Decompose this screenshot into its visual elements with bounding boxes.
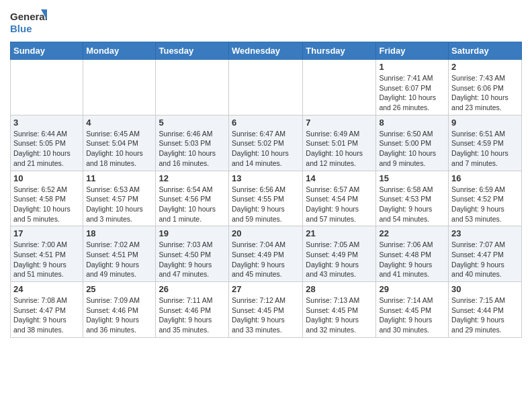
day-number: 10 <box>13 173 80 183</box>
day-info: Sunrise: 7:04 AM Sunset: 4:49 PM Dayligh… <box>232 240 300 279</box>
calendar-cell: 2Sunrise: 7:43 AM Sunset: 6:06 PM Daylig… <box>449 60 522 116</box>
day-number: 11 <box>86 173 152 183</box>
page-header: General Blue <box>10 7 522 38</box>
calendar-cell <box>229 60 303 116</box>
calendar-cell: 7Sunrise: 6:49 AM Sunset: 5:01 PM Daylig… <box>303 115 376 171</box>
calendar-cell: 19Sunrise: 7:03 AM Sunset: 4:50 PM Dayli… <box>156 226 229 282</box>
calendar-cell <box>303 60 376 116</box>
week-row-3: 10Sunrise: 6:52 AM Sunset: 4:58 PM Dayli… <box>11 171 522 226</box>
calendar-cell: 9Sunrise: 6:51 AM Sunset: 4:59 PM Daylig… <box>449 115 522 171</box>
day-info: Sunrise: 6:52 AM Sunset: 4:58 PM Dayligh… <box>13 185 80 224</box>
day-number: 3 <box>13 118 80 128</box>
calendar-cell: 27Sunrise: 7:12 AM Sunset: 4:45 PM Dayli… <box>229 282 303 338</box>
day-number: 26 <box>159 284 226 294</box>
day-number: 24 <box>13 284 80 294</box>
day-info: Sunrise: 7:12 AM Sunset: 4:45 PM Dayligh… <box>232 295 300 335</box>
week-row-5: 24Sunrise: 7:08 AM Sunset: 4:47 PM Dayli… <box>11 282 522 338</box>
day-info: Sunrise: 6:56 AM Sunset: 4:55 PM Dayligh… <box>232 185 300 224</box>
calendar-cell: 16Sunrise: 6:59 AM Sunset: 4:52 PM Dayli… <box>449 171 522 226</box>
day-number: 15 <box>379 173 445 183</box>
day-number: 23 <box>451 228 519 238</box>
calendar-cell: 15Sunrise: 6:58 AM Sunset: 4:53 PM Dayli… <box>376 171 449 226</box>
week-row-4: 17Sunrise: 7:00 AM Sunset: 4:51 PM Dayli… <box>11 226 522 282</box>
day-info: Sunrise: 6:59 AM Sunset: 4:52 PM Dayligh… <box>451 185 519 224</box>
weekday-header-monday: Monday <box>83 42 156 60</box>
calendar-cell <box>156 60 229 116</box>
day-info: Sunrise: 6:51 AM Sunset: 4:59 PM Dayligh… <box>451 129 519 169</box>
calendar-cell: 20Sunrise: 7:04 AM Sunset: 4:49 PM Dayli… <box>229 226 303 282</box>
day-number: 13 <box>232 173 300 183</box>
calendar-cell: 24Sunrise: 7:08 AM Sunset: 4:47 PM Dayli… <box>11 282 83 338</box>
day-number: 7 <box>306 118 373 128</box>
day-number: 19 <box>159 228 226 238</box>
day-info: Sunrise: 6:57 AM Sunset: 4:54 PM Dayligh… <box>306 185 373 224</box>
day-info: Sunrise: 6:44 AM Sunset: 5:05 PM Dayligh… <box>13 129 80 169</box>
weekday-header-friday: Friday <box>376 42 449 60</box>
week-row-1: 1Sunrise: 7:41 AM Sunset: 6:07 PM Daylig… <box>11 60 522 116</box>
calendar-cell: 18Sunrise: 7:02 AM Sunset: 4:51 PM Dayli… <box>83 226 156 282</box>
day-number: 27 <box>232 284 300 294</box>
day-info: Sunrise: 7:15 AM Sunset: 4:44 PM Dayligh… <box>451 295 519 335</box>
day-info: Sunrise: 7:05 AM Sunset: 4:49 PM Dayligh… <box>306 240 373 279</box>
calendar-table: SundayMondayTuesdayWednesdayThursdayFrid… <box>10 42 522 338</box>
day-number: 20 <box>232 228 300 238</box>
svg-text:General: General <box>10 11 47 22</box>
weekday-header-wednesday: Wednesday <box>229 42 303 60</box>
calendar-cell: 5Sunrise: 6:46 AM Sunset: 5:03 PM Daylig… <box>156 115 229 171</box>
calendar-cell: 28Sunrise: 7:13 AM Sunset: 4:45 PM Dayli… <box>303 282 376 338</box>
day-number: 28 <box>306 284 373 294</box>
day-number: 17 <box>13 228 80 238</box>
week-row-2: 3Sunrise: 6:44 AM Sunset: 5:05 PM Daylig… <box>11 115 522 171</box>
day-info: Sunrise: 6:50 AM Sunset: 5:00 PM Dayligh… <box>379 129 445 169</box>
calendar-cell: 8Sunrise: 6:50 AM Sunset: 5:00 PM Daylig… <box>376 115 449 171</box>
day-info: Sunrise: 6:49 AM Sunset: 5:01 PM Dayligh… <box>306 129 373 169</box>
calendar-cell: 4Sunrise: 6:45 AM Sunset: 5:04 PM Daylig… <box>83 115 156 171</box>
day-info: Sunrise: 7:06 AM Sunset: 4:48 PM Dayligh… <box>379 240 445 279</box>
day-info: Sunrise: 7:02 AM Sunset: 4:51 PM Dayligh… <box>86 240 152 279</box>
day-info: Sunrise: 7:14 AM Sunset: 4:45 PM Dayligh… <box>379 295 445 335</box>
day-number: 1 <box>379 62 445 72</box>
day-info: Sunrise: 6:46 AM Sunset: 5:03 PM Dayligh… <box>159 129 226 169</box>
calendar-cell: 13Sunrise: 6:56 AM Sunset: 4:55 PM Dayli… <box>229 171 303 226</box>
calendar-cell: 22Sunrise: 7:06 AM Sunset: 4:48 PM Dayli… <box>376 226 449 282</box>
calendar-cell: 23Sunrise: 7:07 AM Sunset: 4:47 PM Dayli… <box>449 226 522 282</box>
weekday-header-row: SundayMondayTuesdayWednesdayThursdayFrid… <box>11 42 522 60</box>
day-number: 30 <box>451 284 519 294</box>
day-number: 2 <box>451 62 519 72</box>
calendar-cell: 26Sunrise: 7:11 AM Sunset: 4:46 PM Dayli… <box>156 282 229 338</box>
calendar-cell: 10Sunrise: 6:52 AM Sunset: 4:58 PM Dayli… <box>11 171 83 226</box>
calendar-cell: 1Sunrise: 7:41 AM Sunset: 6:07 PM Daylig… <box>376 60 449 116</box>
weekday-header-sunday: Sunday <box>11 42 83 60</box>
day-info: Sunrise: 7:08 AM Sunset: 4:47 PM Dayligh… <box>13 295 80 335</box>
day-info: Sunrise: 6:54 AM Sunset: 4:56 PM Dayligh… <box>159 185 226 224</box>
day-number: 18 <box>86 228 152 238</box>
day-number: 29 <box>379 284 445 294</box>
day-info: Sunrise: 7:43 AM Sunset: 6:06 PM Dayligh… <box>451 73 519 113</box>
day-info: Sunrise: 7:13 AM Sunset: 4:45 PM Dayligh… <box>306 295 373 335</box>
day-number: 6 <box>232 118 300 128</box>
calendar-cell <box>83 60 156 116</box>
day-info: Sunrise: 7:09 AM Sunset: 4:46 PM Dayligh… <box>86 295 152 335</box>
day-info: Sunrise: 7:03 AM Sunset: 4:50 PM Dayligh… <box>159 240 226 279</box>
day-number: 22 <box>379 228 445 238</box>
weekday-header-saturday: Saturday <box>449 42 522 60</box>
day-number: 14 <box>306 173 373 183</box>
day-info: Sunrise: 7:07 AM Sunset: 4:47 PM Dayligh… <box>451 240 519 279</box>
calendar-cell: 17Sunrise: 7:00 AM Sunset: 4:51 PM Dayli… <box>11 226 83 282</box>
day-number: 12 <box>159 173 226 183</box>
svg-text:Blue: Blue <box>10 23 32 34</box>
day-info: Sunrise: 7:11 AM Sunset: 4:46 PM Dayligh… <box>159 295 226 335</box>
day-info: Sunrise: 7:00 AM Sunset: 4:51 PM Dayligh… <box>13 240 80 279</box>
calendar-cell: 21Sunrise: 7:05 AM Sunset: 4:49 PM Dayli… <box>303 226 376 282</box>
day-number: 8 <box>379 118 445 128</box>
calendar-cell: 30Sunrise: 7:15 AM Sunset: 4:44 PM Dayli… <box>449 282 522 338</box>
calendar-cell <box>11 60 83 116</box>
day-info: Sunrise: 7:41 AM Sunset: 6:07 PM Dayligh… <box>379 73 445 113</box>
calendar-cell: 3Sunrise: 6:44 AM Sunset: 5:05 PM Daylig… <box>11 115 83 171</box>
logo: General Blue <box>10 9 47 38</box>
calendar-cell: 6Sunrise: 6:47 AM Sunset: 5:02 PM Daylig… <box>229 115 303 171</box>
day-number: 21 <box>306 228 373 238</box>
day-info: Sunrise: 6:58 AM Sunset: 4:53 PM Dayligh… <box>379 185 445 224</box>
day-number: 9 <box>451 118 519 128</box>
calendar-cell: 25Sunrise: 7:09 AM Sunset: 4:46 PM Dayli… <box>83 282 156 338</box>
